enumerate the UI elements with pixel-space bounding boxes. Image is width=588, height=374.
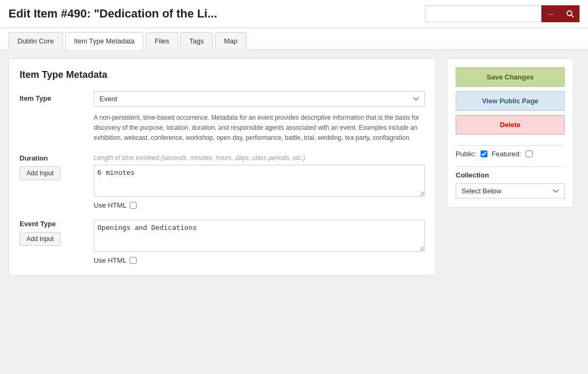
delete-button[interactable]: Delete	[456, 115, 565, 135]
duration-section: Duration Add Input Length of time involv…	[20, 154, 425, 209]
duration-textarea[interactable]: 6 minutes	[94, 165, 425, 197]
search-button[interactable]	[560, 5, 580, 22]
event-type-label: Event Type	[20, 220, 83, 228]
view-public-page-button[interactable]: View Public Page	[456, 91, 565, 111]
left-panel: Item Type Metadata Item Type Event A non…	[8, 58, 436, 275]
collection-label: Collection	[456, 171, 565, 179]
duration-right: Length of time involved (seconds, minute…	[94, 154, 425, 209]
svg-line-1	[572, 15, 574, 17]
tab-tags[interactable]: Tags	[180, 32, 213, 49]
duration-use-html-label: Use HTML	[94, 201, 126, 209]
tabs-bar: Dublin Core Item Type Metadata Files Tag…	[0, 28, 588, 50]
duration-hint: Length of time involved (seconds, minute…	[94, 154, 425, 162]
item-type-select[interactable]: Event	[94, 91, 425, 106]
header: Edit Item #490: "Dedication of the Li...…	[0, 0, 588, 28]
search-dots-button[interactable]: ···	[541, 5, 560, 22]
item-type-label: Item Type	[20, 91, 83, 144]
event-type-use-html-label: Use HTML	[94, 256, 126, 264]
duration-use-html-checkbox[interactable]	[130, 202, 137, 209]
item-type-description: A non-persistent, time-based occurrence.…	[94, 113, 425, 144]
event-type-right: Openings and Dedications Use HTML	[94, 220, 425, 264]
tab-map[interactable]: Map	[215, 32, 246, 49]
event-type-add-input-button[interactable]: Add Input	[20, 232, 60, 246]
save-changes-button[interactable]: Save Changes	[456, 67, 565, 87]
event-type-textarea[interactable]: Openings and Dedications	[94, 220, 425, 252]
divider2	[456, 166, 565, 167]
event-type-left: Event Type Add Input	[20, 220, 83, 264]
item-type-content: Event A non-persistent, time-based occur…	[94, 91, 425, 144]
duration-use-html-row: Use HTML	[94, 201, 425, 209]
duration-left: Duration Add Input	[20, 154, 83, 209]
event-type-use-html-checkbox[interactable]	[130, 257, 137, 264]
search-bar: ···	[425, 5, 580, 22]
featured-label: Featured:	[492, 150, 521, 158]
tab-item-type-metadata[interactable]: Item Type Metadata	[65, 32, 144, 50]
item-type-section: Item Type Event A non-persistent, time-b…	[20, 91, 425, 144]
public-featured-row: Public: Featured:	[456, 150, 565, 158]
right-panel: Save Changes View Public Page Delete Pub…	[447, 58, 574, 275]
event-type-section: Event Type Add Input Openings and Dedica…	[20, 220, 425, 264]
search-input[interactable]	[425, 5, 541, 22]
duration-label: Duration	[20, 154, 83, 162]
event-type-use-html-row: Use HTML	[94, 256, 425, 264]
action-box: Save Changes View Public Page Delete Pub…	[447, 58, 574, 208]
main-content: Item Type Metadata Item Type Event A non…	[0, 50, 582, 284]
page-title: Edit Item #490: "Dedication of the Li...	[8, 7, 217, 21]
public-checkbox[interactable]	[481, 150, 487, 157]
panel-title: Item Type Metadata	[20, 69, 425, 81]
featured-checkbox[interactable]	[526, 150, 532, 157]
duration-add-input-button[interactable]: Add Input	[20, 166, 60, 180]
collection-select[interactable]: Select Below	[456, 183, 565, 199]
public-label: Public:	[456, 150, 476, 158]
search-icon	[566, 10, 574, 17]
tab-files[interactable]: Files	[146, 32, 178, 49]
tab-dublin-core[interactable]: Dublin Core	[8, 32, 63, 49]
divider	[456, 145, 565, 146]
